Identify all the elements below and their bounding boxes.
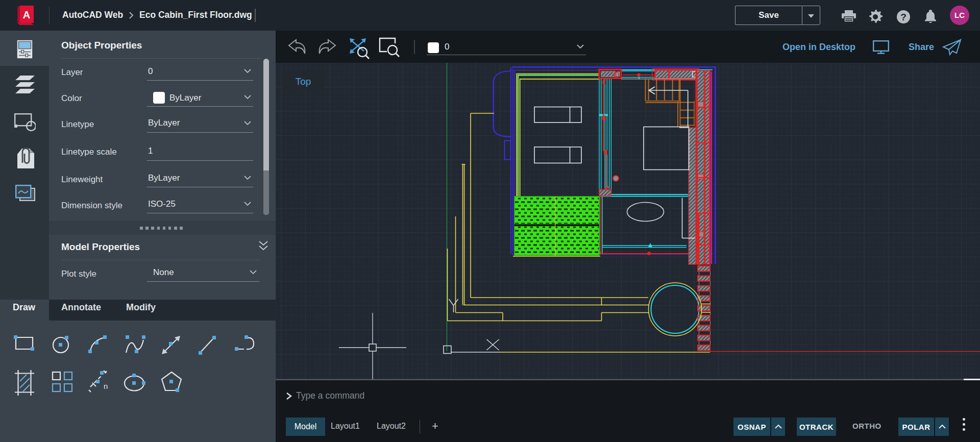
svg-text:?: ?: [900, 12, 906, 22]
svg-text:A: A: [23, 9, 30, 20]
svg-text:n: n: [104, 382, 108, 390]
